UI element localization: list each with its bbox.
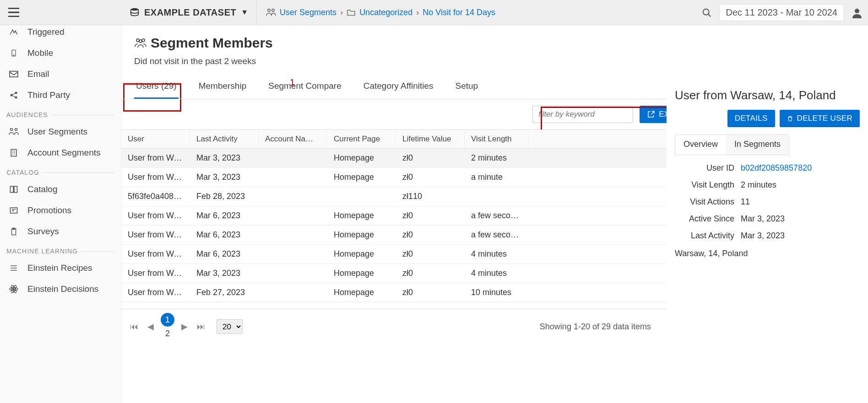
svg-point-4 xyxy=(855,9,859,13)
pager-page-1[interactable]: 1 xyxy=(161,313,174,327)
date-range-picker[interactable]: Dec 11 2023 - Mar 10 2024 xyxy=(719,4,845,21)
detail-field-value: 11 xyxy=(741,197,860,207)
sidebar-item-label: Third Party xyxy=(27,90,70,100)
sidebar-item-third-party[interactable]: Third Party xyxy=(0,85,121,106)
column-header[interactable]: Lifetime Value xyxy=(396,130,465,148)
sidebar-item-mobile[interactable]: Mobile xyxy=(0,43,121,64)
sidebar-item-einstein-recipes[interactable]: Einstein Recipes xyxy=(0,258,121,279)
detail-field-value: 2 minutes xyxy=(741,180,860,190)
user-avatar-icon[interactable] xyxy=(852,7,863,18)
cell-last-activity: Mar 3, 2023 xyxy=(190,149,259,167)
svg-point-3 xyxy=(703,9,709,15)
detail-field-key: Visit Actions xyxy=(675,197,734,207)
detail-delete-label: DELETE USER xyxy=(797,114,852,123)
cell-user: User from Wa… xyxy=(121,245,190,263)
cell-user: User from Wa… xyxy=(121,206,190,225)
cell-user: User from Wa… xyxy=(121,226,190,244)
detail-user-id-link[interactable]: b02df20859857820 xyxy=(741,163,812,172)
cell-last-activity: Mar 6, 2023 xyxy=(190,206,259,225)
breadcrumb-segment[interactable]: No Visit for 14 Days xyxy=(423,8,495,17)
filter-input[interactable] xyxy=(532,106,633,123)
svg-point-1 xyxy=(268,9,270,11)
sidebar-item-user-segments[interactable]: User Segments xyxy=(0,121,121,142)
cell-last-activity: Feb 27, 2023 xyxy=(190,283,259,302)
sidebar-item-label: Triggered xyxy=(27,27,65,37)
users-icon xyxy=(7,127,20,136)
cell-current-page: Homepage xyxy=(327,149,396,167)
sidebar-item-triggered[interactable]: Triggered xyxy=(0,25,121,43)
pager-next[interactable]: ▶ xyxy=(178,322,191,332)
sidebar-item-promotions[interactable]: Promotions xyxy=(0,200,121,221)
pager-status: Showing 1-20 of 29 data items xyxy=(540,322,651,332)
tab-setup[interactable]: Setup xyxy=(454,75,480,99)
cell-user: User from Wa… xyxy=(121,168,190,187)
column-header[interactable]: Visit Length xyxy=(465,130,529,148)
cell-lifetime-value: zł0 xyxy=(396,264,465,283)
svg-point-22 xyxy=(142,39,145,42)
pager-last[interactable]: ⏭ xyxy=(195,322,207,332)
sidebar-item-label: Einstein Decisions xyxy=(27,284,98,294)
triggered-icon xyxy=(7,27,20,37)
gear-dots-icon xyxy=(7,91,20,100)
detail-field-value: Mar 3, 2023 xyxy=(741,214,860,224)
tab-segment[interactable]: Segment Compare xyxy=(266,75,343,99)
pager-first[interactable]: ⏮ xyxy=(128,322,141,332)
detail-details-button[interactable]: DETAILS xyxy=(727,110,775,127)
pager-prev[interactable]: ◀ xyxy=(144,322,157,332)
breadcrumb-root[interactable]: User Segments xyxy=(280,8,336,17)
users-icon xyxy=(266,8,276,16)
cell-current-page: Homepage xyxy=(327,168,396,187)
detail-tab-in-segments[interactable]: In Segments xyxy=(726,135,789,155)
sidebar-item-label: Email xyxy=(27,69,49,79)
sidebar-item-label: Einstein Recipes xyxy=(27,263,92,273)
dataset-selector[interactable]: EXAMPLE DATASET ▼ xyxy=(121,0,257,25)
sidebar-item-label: Account Segments xyxy=(27,148,100,158)
sidebar-section: AUDIENCES xyxy=(0,106,121,121)
cell-account xyxy=(259,269,327,278)
search-icon[interactable] xyxy=(702,8,712,18)
detail-field-key: User ID xyxy=(675,163,734,173)
clipboard-icon xyxy=(7,226,20,236)
detail-tab-overview[interactable]: Overview xyxy=(675,135,726,155)
export-icon xyxy=(647,110,655,118)
folder-icon xyxy=(347,9,356,16)
breadcrumb-folder[interactable]: Uncategorized xyxy=(359,8,412,17)
sidebar-item-surveys[interactable]: Surveys xyxy=(0,221,121,242)
column-header[interactable]: Current Page xyxy=(327,130,396,148)
svg-point-6 xyxy=(13,55,14,55)
hamburger-icon[interactable] xyxy=(8,8,19,17)
cell-account xyxy=(259,250,327,259)
tab-users[interactable]: Users (29) xyxy=(134,75,179,99)
mobile-icon xyxy=(7,48,20,58)
column-header[interactable]: User xyxy=(121,130,190,148)
cell-last-activity: Mar 3, 2023 xyxy=(190,168,259,187)
detail-user-name: User from Warsaw, 14, Poland xyxy=(675,88,860,102)
pager-page-2[interactable]: 2 xyxy=(161,327,174,340)
svg-point-0 xyxy=(131,8,139,11)
detail-delete-button[interactable]: DELETE USER xyxy=(780,110,860,127)
sidebar-item-email[interactable]: Email xyxy=(0,64,121,85)
column-header[interactable]: Account Na… xyxy=(259,130,327,148)
sidebar-item-label: Surveys xyxy=(27,226,59,236)
tab-membership[interactable]: Membership xyxy=(197,75,249,99)
cell-user: 5f63fe0a408… xyxy=(121,187,190,206)
svg-point-21 xyxy=(136,39,139,42)
cell-lifetime-value: zł0 xyxy=(396,283,465,302)
tab-category[interactable]: Category Affinities xyxy=(362,75,435,99)
page-title: Segment Members xyxy=(151,35,273,51)
sidebar-item-catalog[interactable]: Catalog xyxy=(0,179,121,200)
svg-point-9 xyxy=(15,92,17,94)
pager-size-select[interactable]: 20 xyxy=(217,319,243,334)
sidebar-section: MACHINE LEARNING xyxy=(0,242,121,258)
sidebar-item-einstein-decisions[interactable]: Einstein Decisions xyxy=(0,279,121,300)
cell-last-activity: Mar 6, 2023 xyxy=(190,226,259,244)
sidebar-item-label: User Segments xyxy=(27,127,87,137)
sidebar-item-label: Mobile xyxy=(27,48,53,58)
sidebar-item-account-segments[interactable]: Account Segments xyxy=(0,142,121,163)
svg-point-2 xyxy=(272,9,274,11)
cell-current-page: Homepage xyxy=(327,226,396,244)
cell-visit-length xyxy=(465,192,529,201)
column-header[interactable]: Last Activity xyxy=(190,130,259,148)
cell-last-activity: Feb 28, 2023 xyxy=(190,187,259,206)
cell-user: User from Wa… xyxy=(121,264,190,283)
